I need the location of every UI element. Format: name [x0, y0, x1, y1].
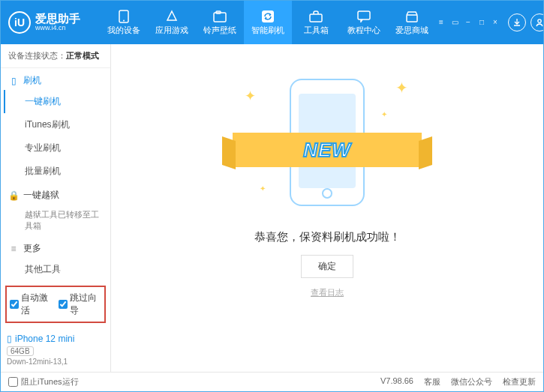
minimize-button[interactable]: − [463, 18, 473, 27]
sidebar-item-firmware[interactable]: 下载固件 [4, 281, 110, 283]
user-icon [535, 18, 544, 27]
titlebar: iU 爱思助手 www.i4.cn 我的设备 应用游戏 铃声壁纸 智能刷机 工具… [1, 1, 543, 44]
device-phone-icon: ▯ [7, 334, 12, 344]
wechat-link[interactable]: 微信公众号 [451, 376, 492, 388]
app-url: www.i4.cn [35, 25, 80, 32]
logo-area: iU 爱思助手 www.i4.cn [8, 11, 97, 34]
device-name: iPhone 12 mini [15, 334, 74, 344]
sidebar-options: 自动激活 跳过向导 [5, 286, 106, 323]
version-label: V7.98.66 [380, 376, 413, 388]
nav-tab-ringtones[interactable]: 铃声壁纸 [196, 1, 244, 44]
refresh-icon [261, 10, 275, 23]
download-icon [512, 18, 521, 27]
svg-rect-2 [214, 13, 226, 22]
sidebar-item-oneclick[interactable]: 一键刷机 [4, 90, 110, 113]
folder-icon [213, 10, 227, 23]
nav-tab-store[interactable]: 爱思商城 [388, 1, 436, 44]
svg-point-8 [538, 19, 541, 22]
compact-button[interactable]: ▭ [449, 18, 460, 27]
ok-button[interactable]: 确定 [301, 255, 353, 278]
maximize-button[interactable]: □ [476, 18, 487, 27]
sidebar-section-flash[interactable]: ▯ 刷机 [1, 68, 110, 90]
chat-icon [357, 10, 371, 23]
success-message: 恭喜您，保资料刷机成功啦！ [254, 230, 401, 244]
sidebar-item-pro[interactable]: 专业刷机 [4, 136, 110, 160]
phone-small-icon: ▯ [8, 76, 19, 86]
device-model: Down-12mini-13,1 [7, 358, 104, 366]
svg-rect-6 [358, 11, 370, 19]
close-button[interactable]: × [490, 18, 500, 27]
sidebar: 设备连接状态：正常模式 ▯ 刷机 一键刷机 iTunes刷机 专业刷机 批量刷机… [1, 44, 111, 372]
phone-icon [117, 10, 131, 23]
apps-icon [165, 10, 179, 23]
connection-status: 设备连接状态：正常模式 [1, 44, 110, 68]
check-update-link[interactable]: 检查更新 [503, 376, 536, 388]
nav-tab-tutorial[interactable]: 教程中心 [340, 1, 388, 44]
success-illustration: ✦ ✦ ✦ ✦ NEW [237, 65, 417, 215]
service-link[interactable]: 客服 [424, 376, 440, 388]
app-title: 爱思助手 [35, 13, 80, 25]
lock-icon: 🔒 [8, 190, 19, 201]
skip-guide-checkbox[interactable]: 跳过向导 [59, 292, 101, 317]
user-button[interactable] [530, 13, 544, 31]
more-icon: ≡ [8, 244, 19, 254]
auto-activate-checkbox[interactable]: 自动激活 [10, 292, 53, 317]
sidebar-section-jailbreak[interactable]: 🔒 一键越狱 [1, 183, 110, 205]
svg-rect-7 [407, 15, 417, 22]
nav-tabs: 我的设备 应用游戏 铃声壁纸 智能刷机 工具箱 教程中心 爱思商城 [100, 1, 436, 44]
nav-tab-device[interactable]: 我的设备 [100, 1, 148, 44]
svg-point-1 [123, 19, 125, 21]
sidebar-section-more[interactable]: ≡ 更多 [1, 236, 110, 258]
view-log-link[interactable]: 查看日志 [311, 287, 344, 298]
store-icon [405, 10, 419, 23]
device-storage: 64GB [7, 346, 34, 356]
nav-tab-flash[interactable]: 智能刷机 [244, 1, 292, 44]
sidebar-item-other[interactable]: 其他工具 [4, 258, 110, 281]
titlebar-right: ≡ ▭ − □ × [436, 13, 544, 31]
nav-tab-apps[interactable]: 应用游戏 [148, 1, 196, 44]
svg-rect-4 [262, 10, 274, 22]
new-banner: NEW [233, 133, 422, 167]
svg-rect-5 [310, 14, 322, 22]
jailbreak-note: 越狱工具已转移至工具箱 [4, 205, 110, 236]
sidebar-item-batch[interactable]: 批量刷机 [4, 160, 110, 183]
menu-button[interactable]: ≡ [436, 18, 446, 27]
toolbox-icon [309, 10, 323, 23]
nav-tab-toolbox[interactable]: 工具箱 [292, 1, 340, 44]
block-itunes-checkbox[interactable]: 阻止iTunes运行 [8, 376, 79, 388]
download-button[interactable] [508, 13, 526, 31]
sidebar-item-itunes[interactable]: iTunes刷机 [4, 113, 110, 136]
device-info[interactable]: ▯ iPhone 12 mini 64GB Down-12mini-13,1 [1, 329, 110, 372]
main-area: ✦ ✦ ✦ ✦ NEW 恭喜您，保资料刷机成功啦！ 确定 查看日志 [111, 44, 543, 372]
logo-icon: iU [8, 11, 31, 34]
status-bar: 阻止iTunes运行 V7.98.66 客服 微信公众号 检查更新 [1, 372, 543, 391]
